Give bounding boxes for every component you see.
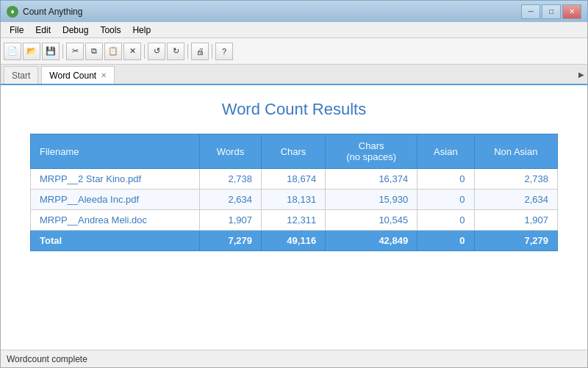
tab-bar: Start Word Count ✕ ▶ [0, 65, 588, 85]
paste-button[interactable]: 📋 [104, 43, 122, 60]
footer-chars: 49,116 [261, 231, 325, 251]
col-header-chars-nospace: Chars(no spaces) [326, 134, 417, 169]
row-3-filename: MRPP__Andrea Meli.doc [31, 210, 200, 231]
toolbar: 📄 📂 💾 ✂ ⧉ 📋 ✕ ↺ ↻ 🖨 ? [0, 38, 588, 65]
word-count-table: Filename Words Chars Chars(no spaces) As… [30, 134, 558, 251]
tab-word-count[interactable]: Word Count ✕ [41, 66, 115, 84]
col-header-chars: Chars [261, 134, 325, 169]
row-2-chars-nospace: 15,930 [326, 190, 417, 210]
tab-word-count-close[interactable]: ✕ [101, 71, 107, 79]
row-2-asian: 0 [417, 190, 474, 210]
menu-bar: File Edit Debug Tools Help [0, 22, 588, 38]
footer-label: Total [31, 231, 200, 251]
redo-button[interactable]: ↻ [167, 43, 184, 60]
help-button[interactable]: ? [215, 43, 233, 60]
row-1-asian: 0 [417, 169, 474, 190]
tab-scroll-arrow[interactable]: ▶ [578, 71, 584, 79]
close-button[interactable]: ✕ [562, 4, 581, 19]
menu-help[interactable]: Help [126, 24, 157, 37]
row-1-words: 2,738 [200, 169, 262, 190]
menu-file[interactable]: File [4, 24, 29, 37]
title-bar: ♦ Count Anything ─ □ ✕ [0, 0, 588, 22]
toolbar-sep-1 [62, 44, 63, 59]
row-3-asian: 0 [417, 210, 474, 231]
open-button[interactable]: 📂 [23, 43, 40, 60]
undo-button[interactable]: ↺ [148, 43, 165, 60]
menu-edit[interactable]: Edit [29, 24, 57, 37]
col-header-asian: Asian [417, 134, 474, 169]
delete-button[interactable]: ✕ [123, 43, 141, 60]
menu-debug[interactable]: Debug [57, 24, 94, 37]
row-1-chars-nospace: 16,374 [326, 169, 417, 190]
copy-button[interactable]: ⧉ [85, 43, 103, 60]
col-header-words: Words [200, 134, 262, 169]
new-button[interactable]: 📄 [4, 43, 21, 60]
status-text: Wordcount complete [7, 354, 87, 364]
maximize-button[interactable]: □ [542, 4, 561, 19]
col-header-non-asian: Non Asian [474, 134, 557, 169]
footer-asian: 0 [417, 231, 474, 251]
row-2-non-asian: 2,634 [474, 190, 557, 210]
row-3-chars: 12,311 [261, 210, 325, 231]
tab-start[interactable]: Start [4, 66, 38, 84]
toolbar-sep-3 [187, 44, 188, 59]
row-1-filename: MRPP__2 Star Kino.pdf [31, 169, 200, 190]
status-bar: Wordcount complete [0, 350, 588, 368]
cut-button[interactable]: ✂ [66, 43, 84, 60]
footer-non-asian: 7,279 [474, 231, 557, 251]
table-row: MRPP__Andrea Meli.doc 1,907 12,311 10,54… [31, 210, 558, 231]
row-1-chars: 18,674 [261, 169, 325, 190]
table-row: MRPP__Aleeda Inc.pdf 2,634 18,131 15,930… [31, 190, 558, 210]
row-3-non-asian: 1,907 [474, 210, 557, 231]
table-row: MRPP__2 Star Kino.pdf 2,738 18,674 16,37… [31, 169, 558, 190]
col-header-filename: Filename [31, 134, 200, 169]
save-button[interactable]: 💾 [42, 43, 60, 60]
window-controls: ─ □ ✕ [521, 4, 581, 19]
main-content: Word Count Results Filename Words Chars … [0, 85, 588, 350]
row-2-filename: MRPP__Aleeda Inc.pdf [31, 190, 200, 210]
row-2-words: 2,634 [200, 190, 262, 210]
app-icon: ♦ [7, 6, 18, 18]
table-footer-row: Total 7,279 49,116 42,849 0 7,279 [31, 231, 558, 251]
toolbar-sep-4 [212, 44, 212, 59]
page-title: Word Count Results [30, 100, 558, 119]
row-2-chars: 18,131 [261, 190, 325, 210]
tab-word-count-label: Word Count [49, 71, 96, 81]
row-1-non-asian: 2,738 [474, 169, 557, 190]
row-3-chars-nospace: 10,545 [326, 210, 417, 231]
minimize-button[interactable]: ─ [521, 4, 540, 19]
footer-words: 7,279 [200, 231, 262, 251]
toolbar-sep-2 [144, 44, 145, 59]
menu-tools[interactable]: Tools [94, 24, 126, 37]
window-title: Count Anything [23, 7, 521, 17]
print-button[interactable]: 🖨 [191, 43, 209, 60]
row-3-words: 1,907 [200, 210, 262, 231]
tab-start-label: Start [12, 71, 30, 81]
footer-chars-nospace: 42,849 [326, 231, 417, 251]
